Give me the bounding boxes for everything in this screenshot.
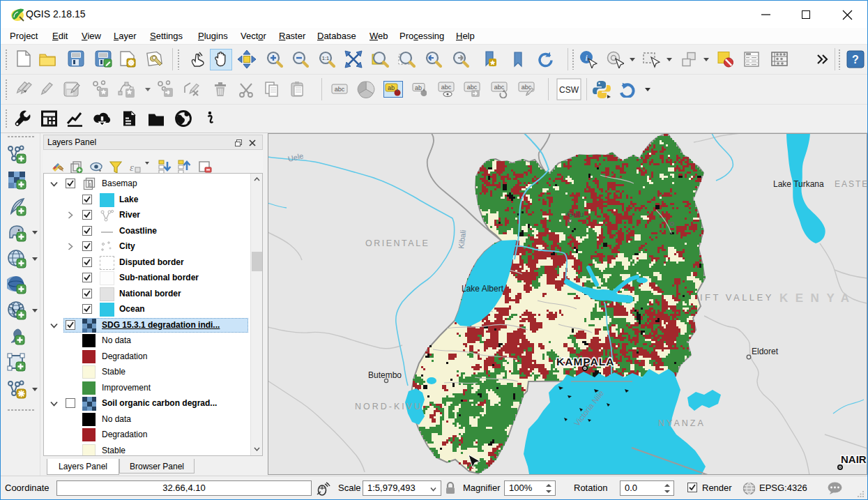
svg-text:NORD-KIVU: NORD-KIVU (355, 402, 422, 411)
svg-text:RIFT VALLEY: RIFT VALLEY (691, 292, 774, 303)
svg-text:EASTERN: EASTERN (835, 179, 867, 189)
svg-text:Lake Albert: Lake Albert (462, 284, 504, 294)
svg-text:abc: abc (467, 84, 478, 91)
svg-text:abc: abc (441, 84, 452, 91)
svg-text:Gulu: Gulu (567, 210, 584, 218)
svg-text:abc: abc (494, 84, 505, 91)
svg-text:1:1: 1:1 (322, 55, 329, 61)
svg-text:ORIENTALE: ORIENTALE (365, 238, 429, 248)
svg-text:NAIROBI: NAIROBI (841, 453, 867, 465)
svg-text:ε: ε (130, 162, 134, 173)
svg-text:NYANZA: NYANZA (658, 418, 706, 428)
svg-text:abc: abc (335, 86, 345, 93)
svg-text:CSW: CSW (559, 85, 579, 95)
svg-text:ab: ab (388, 84, 395, 91)
svg-text:?: ? (852, 54, 859, 66)
svg-text:Eldoret: Eldoret (752, 347, 779, 356)
svg-text:KENYA: KENYA (779, 291, 856, 305)
svg-text:Butembo: Butembo (368, 370, 402, 380)
svg-text:ab: ab (415, 84, 422, 91)
svg-text:i: i (585, 52, 588, 63)
svg-text:Lake Turkana: Lake Turkana (773, 179, 824, 189)
